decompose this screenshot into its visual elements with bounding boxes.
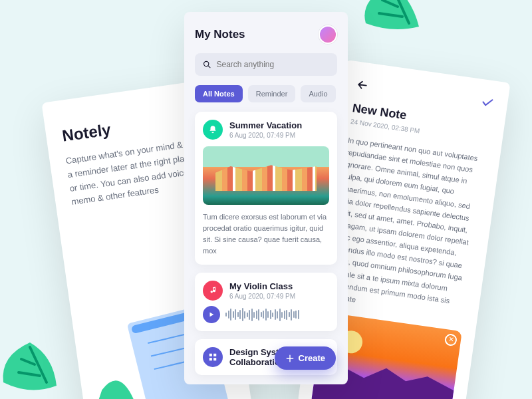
filter-reminder[interactable]: Reminder: [248, 85, 296, 102]
svg-rect-11: [213, 358, 216, 360]
page-title: My Notes: [195, 28, 245, 41]
filter-audio[interactable]: Audio: [301, 85, 335, 102]
note-card[interactable]: My Violin Class 6 Aug 2020, 07:49 PM: [195, 273, 337, 331]
bell-icon: [203, 120, 223, 140]
create-button[interactable]: Create: [275, 346, 336, 370]
music-icon: [203, 281, 223, 301]
avatar[interactable]: [319, 25, 337, 44]
svg-rect-10: [209, 358, 212, 360]
svg-rect-9: [213, 354, 216, 356]
play-button[interactable]: [203, 306, 220, 323]
note-body: Tum dicere exorsus est laborum et via pr…: [203, 211, 329, 257]
notes-list-screen: My Notes All Notes Reminder Audio Images…: [184, 12, 348, 384]
grid-icon: [203, 347, 223, 367]
search-bar[interactable]: [195, 53, 337, 76]
filter-all-notes[interactable]: All Notes: [195, 85, 243, 102]
back-icon[interactable]: [355, 78, 370, 93]
audio-waveform[interactable]: [225, 308, 329, 321]
check-icon[interactable]: [480, 95, 495, 110]
svg-line-7: [208, 66, 210, 68]
search-icon: [203, 60, 211, 69]
detail-body: In quo pertineant non quo aut voluptates…: [325, 134, 487, 321]
plus-icon: [285, 354, 295, 363]
note-thumbnail: [203, 146, 329, 205]
fab-label: Create: [299, 353, 325, 363]
search-input[interactable]: [216, 60, 329, 69]
note-date: 6 Aug 2020, 07:49 PM: [229, 132, 302, 139]
svg-rect-8: [209, 354, 212, 356]
leaf-decoration: [0, 339, 66, 399]
note-title: Summer Vacation: [229, 120, 302, 130]
leaf-decoration: [346, 0, 439, 60]
remove-image-button[interactable]: ✕: [444, 333, 458, 346]
filter-row: All Notes Reminder Audio Images: [195, 85, 337, 102]
note-title: My Violin Class: [229, 281, 295, 291]
note-date: 6 Aug 2020, 07:49 PM: [229, 293, 295, 300]
note-card[interactable]: Summer Vacation 6 Aug 2020, 07:49 PM Tum…: [195, 112, 337, 265]
